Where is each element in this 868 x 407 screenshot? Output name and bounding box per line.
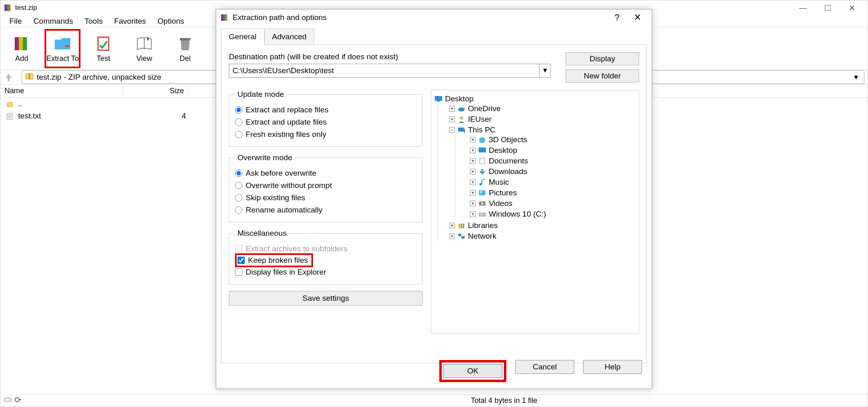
net-icon: [457, 233, 465, 240]
cube-icon: [478, 136, 486, 143]
up-arrow-icon[interactable]: [4, 72, 13, 82]
pc-icon: [457, 126, 465, 134]
minimize-button[interactable]: —: [791, 0, 815, 15]
txt-file-icon: [6, 113, 13, 120]
close-button[interactable]: ✕: [840, 0, 864, 15]
expand-icon[interactable]: +: [470, 201, 476, 206]
tree-ieuser[interactable]: +IEUser: [449, 115, 635, 124]
file-name: ..: [18, 99, 22, 108]
dialog-close-icon[interactable]: ✕: [627, 9, 648, 26]
check-display-explorer[interactable]: Display files in Explorer: [235, 266, 416, 278]
tab-general[interactable]: General: [221, 29, 264, 45]
radio-extract-replace[interactable]: Extract and replace files: [235, 104, 416, 116]
expand-icon[interactable]: +: [470, 190, 476, 196]
check-keep-broken[interactable]: Keep broken files: [235, 253, 313, 267]
toolbar-view[interactable]: View: [126, 29, 162, 68]
menu-options[interactable]: Options: [152, 15, 190, 27]
destination-input[interactable]: [229, 64, 539, 78]
new-folder-button[interactable]: New folder: [566, 69, 639, 83]
radio-skip-existing[interactable]: Skip existing files: [235, 192, 416, 204]
col-name[interactable]: Name: [0, 85, 123, 97]
expand-icon[interactable]: +: [449, 223, 455, 228]
radio-overwrite-noprompt[interactable]: Overwrite without prompt: [235, 179, 416, 192]
tree-pc-desktop[interactable]: +Desktop: [470, 146, 635, 155]
drive-icon: [478, 210, 486, 218]
tab-advanced[interactable]: Advanced: [264, 29, 315, 45]
ok-button[interactable]: OK: [443, 364, 502, 378]
display-button[interactable]: Display: [566, 52, 639, 65]
svg-rect-1: [7, 4, 9, 11]
pic-icon: [478, 189, 486, 197]
menu-file[interactable]: File: [4, 15, 28, 27]
save-settings-button[interactable]: Save settings: [229, 291, 423, 306]
expand-icon[interactable]: +: [470, 148, 476, 153]
dialog-help-icon[interactable]: ?: [607, 9, 627, 26]
svg-rect-22: [435, 96, 442, 101]
expand-icon[interactable]: +: [449, 233, 455, 239]
trash-icon: [176, 34, 195, 53]
svg-rect-34: [479, 213, 485, 216]
svg-rect-26: [458, 127, 464, 132]
statusbar-icons: [4, 396, 22, 405]
col-size[interactable]: Size: [123, 85, 188, 97]
tree-music[interactable]: +Music: [470, 178, 635, 187]
expand-icon[interactable]: +: [470, 169, 476, 174]
svg-rect-23: [437, 101, 440, 102]
radio-rename-auto[interactable]: Rename automatically: [235, 204, 416, 216]
svg-rect-2: [9, 4, 11, 11]
svg-rect-5: [23, 37, 27, 50]
expand-icon[interactable]: +: [470, 158, 476, 164]
tree-onedrive[interactable]: +OneDrive: [449, 104, 635, 113]
expand-icon[interactable]: +: [470, 179, 476, 185]
music-icon: [478, 179, 486, 186]
cancel-button[interactable]: Cancel: [515, 360, 574, 374]
menu-commands[interactable]: Commands: [28, 15, 79, 27]
file-size: [125, 103, 190, 105]
maximize-button[interactable]: ☐: [815, 0, 840, 15]
svg-point-17: [15, 398, 19, 402]
book-open-icon: [135, 34, 154, 53]
destination-dropdown-icon[interactable]: ▾: [539, 64, 551, 78]
toolbar-extract-to[interactable]: Extract To: [45, 29, 81, 68]
tree-this-pc[interactable]: −This PC: [449, 125, 635, 134]
svg-rect-16: [4, 398, 11, 401]
collapse-icon[interactable]: −: [449, 127, 455, 133]
toolbar-delete-label: Del: [179, 54, 190, 63]
toolbar-test[interactable]: Test: [85, 29, 121, 68]
expand-icon[interactable]: +: [449, 106, 455, 112]
folder-tree[interactable]: Desktop +OneDrive +IEUser −This PC +3D O…: [431, 90, 639, 333]
menu-tools[interactable]: Tools: [79, 15, 108, 27]
toolbar-add[interactable]: Add: [4, 29, 40, 68]
update-mode-legend: Update mode: [235, 90, 286, 99]
folder-out-icon: [53, 34, 72, 53]
tree-desktop[interactable]: Desktop: [434, 94, 635, 103]
menu-favorites[interactable]: Favorites: [108, 15, 152, 27]
tree-libraries[interactable]: +Libraries: [449, 221, 635, 230]
archive-icon: [25, 72, 34, 82]
tree-videos[interactable]: +Videos: [470, 199, 635, 208]
misc-legend: Miscellaneous: [235, 229, 289, 238]
expand-icon[interactable]: +: [449, 116, 455, 122]
expand-icon[interactable]: +: [470, 137, 476, 143]
svg-point-25: [460, 116, 463, 120]
radio-ask-overwrite[interactable]: Ask before overwrite: [235, 167, 416, 179]
dialog-titlebar: Extraction path and options ? ✕: [216, 9, 652, 26]
extraction-dialog: Extraction path and options ? ✕ General …: [216, 9, 652, 389]
overwrite-mode-legend: Overwrite mode: [235, 153, 295, 162]
radio-extract-update[interactable]: Extract and update files: [235, 116, 416, 128]
tree-pictures[interactable]: +Pictures: [470, 188, 635, 197]
window-controls: — ☐ ✕: [791, 0, 864, 15]
radio-fresh-existing[interactable]: Fresh existing files only: [235, 128, 416, 141]
path-dropdown-icon[interactable]: ▾: [852, 72, 861, 82]
disk-icon: [4, 396, 12, 405]
svg-rect-0: [4, 4, 7, 11]
tree-3d-objects[interactable]: +3D Objects: [470, 135, 635, 144]
tree-documents[interactable]: +Documents: [470, 157, 635, 165]
tree-c-drive[interactable]: +Windows 10 (C:): [470, 210, 635, 219]
tree-downloads[interactable]: +Downloads: [470, 167, 635, 176]
expand-icon[interactable]: +: [470, 211, 476, 217]
tree-network[interactable]: +Network: [449, 232, 635, 241]
toolbar-delete[interactable]: Del: [167, 29, 203, 68]
desktop-icon: [478, 147, 486, 154]
help-button[interactable]: Help: [583, 360, 642, 374]
